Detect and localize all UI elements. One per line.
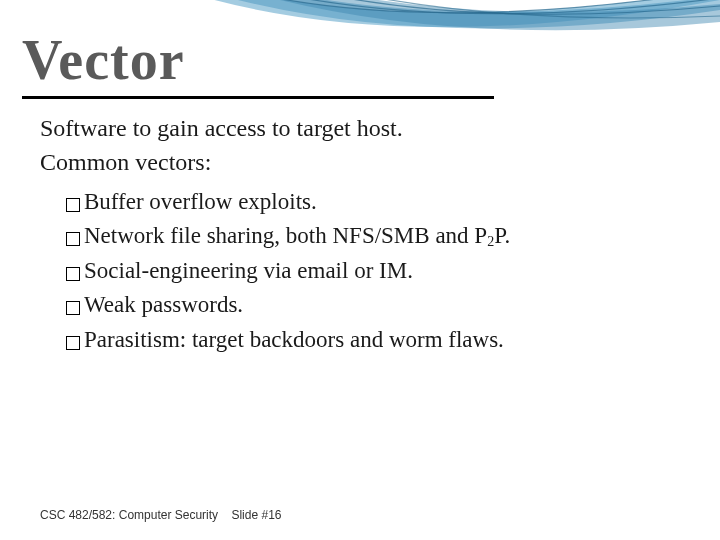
bullet-text: Parasitism: target backdoors and worm fl…: [84, 323, 504, 358]
list-item: Network file sharing, both NFS/SMB and P…: [66, 219, 680, 254]
bullet-text: Buffer overflow exploits.: [84, 185, 317, 220]
body-content: Software to gain access to target host. …: [40, 112, 680, 357]
bullet-list: Buffer overflow exploits. Network file s…: [66, 185, 680, 358]
square-bullet-icon: [66, 267, 80, 281]
square-bullet-icon: [66, 336, 80, 350]
bullet-text: Weak passwords.: [84, 288, 243, 323]
title-underline: [22, 96, 494, 99]
bullet-text: Network file sharing, both NFS/SMB and P…: [84, 219, 510, 254]
square-bullet-icon: [66, 301, 80, 315]
list-item: Social-engineering via email or IM.: [66, 254, 680, 289]
footer-course: CSC 482/582: Computer Security: [40, 508, 218, 522]
intro-line-1: Software to gain access to target host.: [40, 112, 680, 144]
footer-slide-number: Slide #16: [231, 508, 281, 522]
slide-title: Vector: [22, 28, 185, 92]
list-item: Weak passwords.: [66, 288, 680, 323]
bullet-text: Social-engineering via email or IM.: [84, 254, 413, 289]
intro-line-2: Common vectors:: [40, 146, 680, 178]
list-item: Parasitism: target backdoors and worm fl…: [66, 323, 680, 358]
square-bullet-icon: [66, 198, 80, 212]
square-bullet-icon: [66, 232, 80, 246]
list-item: Buffer overflow exploits.: [66, 185, 680, 220]
slide-footer: CSC 482/582: Computer Security Slide #16: [40, 508, 281, 522]
